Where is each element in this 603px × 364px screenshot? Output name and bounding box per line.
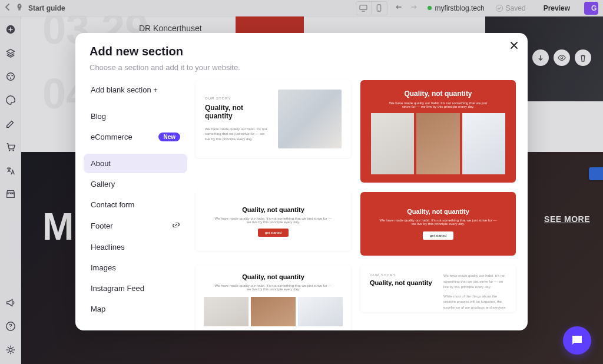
- template-title: Quality, not quantity: [205, 104, 269, 121]
- template-image-placeholder: [371, 113, 414, 174]
- category-instagram-feed[interactable]: Instagram Feed: [84, 279, 187, 298]
- close-button[interactable]: [510, 41, 518, 52]
- category-contact-form[interactable]: Contact form: [84, 195, 187, 214]
- template-title: Quality, not quantity: [242, 206, 304, 213]
- new-badge: New: [158, 133, 180, 141]
- template-body: We have made quality our habit. It's not…: [214, 217, 332, 224]
- template-card-1[interactable]: OUR STORY Quality, not quantity We have …: [196, 80, 351, 158]
- template-body: We have made quality our habit. It's not…: [385, 101, 491, 108]
- category-list: Add blank section + Blog eCommerce New A…: [75, 78, 193, 330]
- chat-icon: [570, 333, 584, 348]
- category-footer[interactable]: Footer: [84, 216, 187, 236]
- template-title: Quality, not quantity: [407, 208, 469, 215]
- template-eyebrow: OUR STORY: [370, 273, 433, 277]
- add-blank-section-button[interactable]: Add blank section +: [84, 80, 187, 100]
- template-card-5[interactable]: Quality, not quantity We have made quali…: [196, 265, 351, 330]
- chat-support-button[interactable]: [563, 326, 591, 355]
- template-body: We have made quality our habit. It's not…: [443, 273, 506, 290]
- modal-subtitle: Choose a section and add it to your webs…: [90, 63, 513, 72]
- template-title: Quality, not quantity: [242, 273, 304, 280]
- template-title: Quality, not quantity: [404, 90, 472, 98]
- template-button: get started: [258, 229, 289, 237]
- template-grid: OUR STORY Quality, not quantity We have …: [193, 78, 528, 330]
- template-body: We have made quality our habit. It's not…: [205, 127, 269, 141]
- template-image-placeholder: [204, 297, 249, 326]
- add-section-modal: Add new section Choose a section and add…: [75, 33, 528, 330]
- template-eyebrow: OUR STORY: [205, 97, 269, 100]
- template-card-4[interactable]: Quality, not quantity We have made quali…: [360, 192, 516, 256]
- template-card-6[interactable]: OUR STORY Quality, not quantity We have …: [360, 265, 516, 312]
- category-map[interactable]: Map: [84, 299, 187, 319]
- category-about[interactable]: About: [84, 154, 187, 173]
- template-button: get started: [423, 231, 453, 240]
- template-image-placeholder: [462, 113, 505, 174]
- template-image-placeholder: [251, 297, 296, 326]
- template-card-3[interactable]: Quality, not quantity We have made quali…: [196, 192, 351, 251]
- template-body: We have made quality our habit. It's not…: [214, 284, 332, 291]
- template-body: We have made quality our habit. It's not…: [379, 219, 497, 226]
- category-images[interactable]: Images: [84, 258, 187, 277]
- template-image-placeholder: [416, 113, 459, 174]
- modal-overlay[interactable]: Add new section Choose a section and add…: [0, 0, 603, 364]
- category-blog[interactable]: Blog: [84, 107, 187, 126]
- template-body-2: While most of the things about the creat…: [443, 294, 506, 312]
- modal-title: Add new section: [90, 45, 513, 58]
- category-gallery[interactable]: Gallery: [84, 174, 187, 194]
- category-headlines[interactable]: Headlines: [84, 237, 187, 257]
- template-title: Quality, not quantity: [370, 279, 433, 287]
- template-image-placeholder: [298, 297, 343, 326]
- link-icon: [172, 221, 180, 231]
- template-image-placeholder: [278, 90, 342, 148]
- template-card-2[interactable]: Quality, not quantity We have made quali…: [360, 80, 516, 183]
- category-ecommerce[interactable]: eCommerce New: [84, 127, 187, 147]
